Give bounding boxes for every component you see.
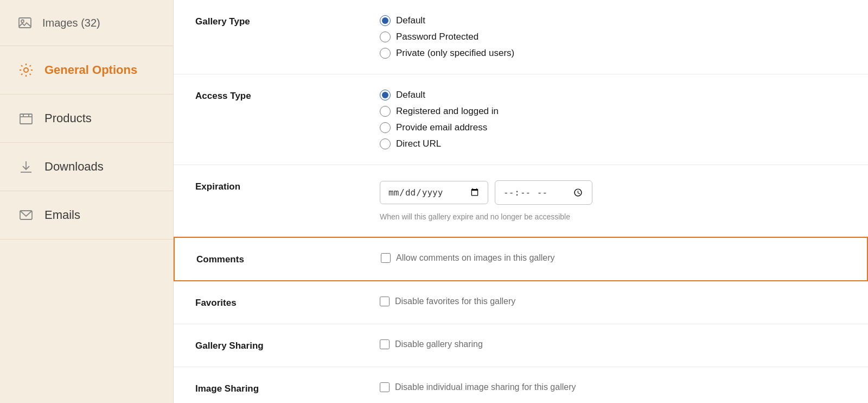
image-sharing-control: Disable individual image sharing for thi… (380, 382, 846, 392)
image-sharing-checkbox-item[interactable]: Disable individual image sharing for thi… (380, 382, 846, 392)
access-type-direct[interactable]: Direct URL (380, 138, 846, 149)
sidebar-item-downloads[interactable]: Downloads (0, 143, 173, 191)
expiration-control: When will this gallery expire and no lon… (380, 180, 846, 221)
expiration-time-input[interactable] (495, 180, 592, 205)
expiration-helper-text: When will this gallery expire and no lon… (380, 212, 846, 221)
sidebar-item-emails-label: Emails (44, 208, 80, 222)
favorites-row: Favorites Disable favorites for this gal… (174, 281, 868, 324)
favorites-checkbox-item[interactable]: Disable favorites for this gallery (380, 297, 846, 306)
access-type-default-radio[interactable] (380, 90, 391, 100)
access-type-email-radio[interactable] (380, 122, 391, 133)
access-type-label: Access Type (195, 90, 380, 102)
image-sharing-checkbox-label: Disable individual image sharing for thi… (395, 382, 576, 392)
expiration-label: Expiration (195, 180, 380, 192)
access-type-default-label: Default (396, 90, 425, 100)
comments-checkbox-label: Allow comments on images in this gallery (396, 253, 555, 263)
sidebar-item-products-label: Products (44, 111, 92, 125)
access-type-row: Access Type Default Registered and logge… (174, 74, 868, 165)
access-type-registered[interactable]: Registered and logged in (380, 106, 846, 117)
email-icon (17, 206, 35, 224)
expiration-inputs (380, 180, 846, 205)
gallery-type-private[interactable]: Private (only specified users) (380, 48, 846, 59)
access-type-direct-label: Direct URL (396, 138, 441, 149)
gallery-type-password-label: Password Protected (396, 32, 478, 42)
access-type-control: Default Registered and logged in Provide… (380, 90, 846, 149)
image-icon (17, 15, 33, 30)
comments-control: Allow comments on images in this gallery (381, 253, 845, 263)
image-sharing-row: Image Sharing Disable individual image s… (174, 367, 868, 403)
gallery-type-private-radio[interactable] (380, 48, 391, 59)
svg-point-1 (21, 20, 24, 23)
gallery-type-default[interactable]: Default (380, 15, 846, 26)
sidebar-item-general-options-label: General Options (44, 63, 137, 77)
gear-icon (17, 61, 35, 79)
access-type-registered-radio[interactable] (380, 106, 391, 117)
gallery-type-label: Gallery Type (195, 15, 380, 27)
gallery-type-password-radio[interactable] (380, 32, 391, 42)
sidebar-item-general-options[interactable]: General Options (0, 46, 173, 95)
comments-checkbox-item[interactable]: Allow comments on images in this gallery (381, 253, 845, 263)
comments-checkbox[interactable] (381, 253, 391, 263)
access-type-radio-group: Default Registered and logged in Provide… (380, 90, 846, 149)
gallery-sharing-checkbox-label: Disable gallery sharing (395, 339, 483, 349)
expiration-row: Expiration When will this gallery expire… (174, 165, 868, 237)
svg-rect-3 (20, 114, 32, 124)
access-type-registered-label: Registered and logged in (396, 106, 499, 117)
access-type-email[interactable]: Provide email address (380, 122, 846, 133)
gallery-sharing-checkbox[interactable] (380, 339, 390, 349)
gallery-type-radio-group: Default Password Protected Private (only… (380, 15, 846, 59)
sidebar-item-downloads-label: Downloads (44, 160, 104, 174)
sidebar-item-images[interactable]: Images (32) (0, 0, 173, 46)
gallery-sharing-label: Gallery Sharing (195, 339, 380, 351)
gallery-sharing-checkbox-item[interactable]: Disable gallery sharing (380, 339, 846, 349)
comments-label: Comments (196, 253, 381, 265)
main-content: Gallery Type Default Password Protected … (174, 0, 868, 403)
download-icon (17, 158, 35, 175)
access-type-email-label: Provide email address (396, 122, 487, 133)
settings-section: Gallery Type Default Password Protected … (174, 0, 868, 403)
svg-rect-0 (19, 18, 31, 28)
gallery-sharing-row: Gallery Sharing Disable gallery sharing (174, 324, 868, 367)
gallery-type-control: Default Password Protected Private (only… (380, 15, 846, 59)
favorites-checkbox[interactable] (380, 297, 390, 306)
sidebar-item-emails[interactable]: Emails (0, 191, 173, 240)
access-type-direct-radio[interactable] (380, 138, 391, 149)
gallery-type-default-radio[interactable] (380, 15, 391, 26)
sidebar: Images (32) General Options Products (0, 0, 174, 403)
access-type-default[interactable]: Default (380, 90, 846, 100)
image-sharing-checkbox[interactable] (380, 382, 390, 392)
favorites-checkbox-label: Disable favorites for this gallery (395, 297, 515, 306)
gallery-sharing-control: Disable gallery sharing (380, 339, 846, 349)
gallery-type-default-label: Default (396, 15, 425, 26)
sidebar-item-images-label: Images (32) (42, 17, 100, 29)
favorites-label: Favorites (195, 297, 380, 308)
favorites-control: Disable favorites for this gallery (380, 297, 846, 306)
gallery-type-row: Gallery Type Default Password Protected … (174, 0, 868, 74)
expiration-date-input[interactable] (380, 181, 488, 204)
gallery-type-password[interactable]: Password Protected (380, 32, 846, 42)
svg-point-2 (24, 68, 28, 72)
sidebar-item-products[interactable]: Products (0, 95, 173, 143)
gallery-type-private-label: Private (only specified users) (396, 48, 514, 59)
comments-row: Comments Allow comments on images in thi… (174, 237, 868, 281)
products-icon (17, 110, 35, 127)
image-sharing-label: Image Sharing (195, 382, 380, 394)
